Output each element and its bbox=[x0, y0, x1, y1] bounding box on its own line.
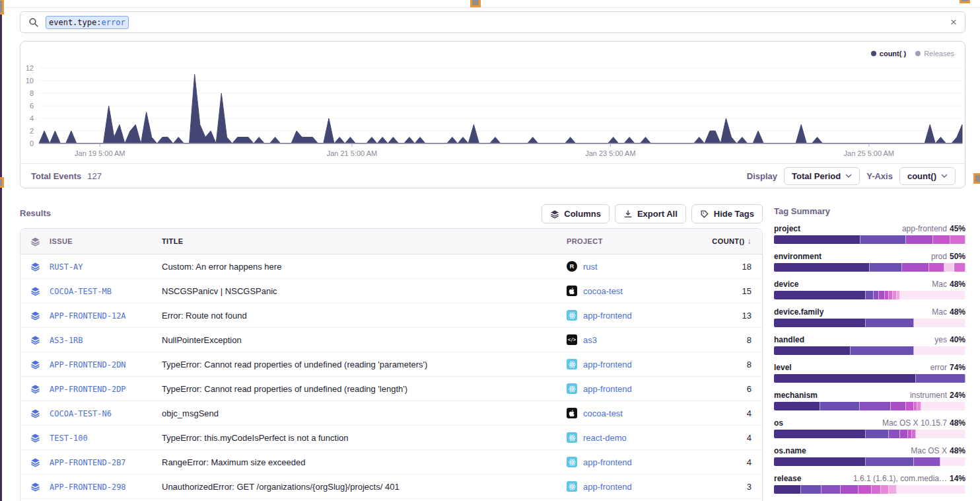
selection-handle-top-right[interactable] bbox=[960, 0, 970, 3]
tag-distribution-bar[interactable] bbox=[774, 263, 965, 272]
open-group-icon-cell[interactable] bbox=[20, 262, 50, 272]
tag-distribution-bar[interactable] bbox=[774, 485, 965, 494]
open-group-icon-cell[interactable] bbox=[20, 408, 50, 418]
tag-bar-segment[interactable] bbox=[866, 457, 914, 466]
tag-bar-segment[interactable] bbox=[774, 319, 866, 327]
project-link[interactable]: app-frontend bbox=[583, 360, 632, 369]
tag-bar-segment[interactable] bbox=[774, 457, 866, 466]
tag-distribution-bar[interactable] bbox=[774, 374, 965, 383]
yaxis-dropdown[interactable]: count() bbox=[899, 167, 956, 185]
tag-bar-segment[interactable] bbox=[914, 457, 941, 466]
issue-link[interactable]: APP-FRONTEND-12A bbox=[50, 311, 126, 321]
tag-bar-segment[interactable] bbox=[774, 346, 851, 355]
open-group-icon-cell[interactable] bbox=[20, 360, 50, 369]
tag-bar-segment[interactable] bbox=[900, 291, 965, 299]
columns-button[interactable]: Columns bbox=[542, 204, 610, 223]
tag-bar-segment[interactable] bbox=[914, 346, 965, 355]
tag-bar-segment[interactable] bbox=[774, 430, 866, 438]
tag-distribution-bar[interactable] bbox=[774, 346, 965, 355]
legend-item-releases[interactable]: Releases bbox=[915, 50, 954, 58]
tag-bar-segment[interactable] bbox=[860, 235, 907, 244]
open-group-icon-cell[interactable] bbox=[20, 311, 50, 321]
tag-bar-segment[interactable] bbox=[889, 485, 897, 494]
column-header-project[interactable]: PROJECT bbox=[567, 237, 699, 245]
selection-handle-mid-left[interactable] bbox=[0, 177, 4, 188]
selection-handle-top-left[interactable] bbox=[0, 0, 4, 15]
open-group-icon-cell[interactable] bbox=[20, 335, 50, 345]
tag-bar-segment[interactable] bbox=[774, 485, 801, 494]
issue-link[interactable]: COCOA-TEST-N6 bbox=[50, 409, 112, 418]
tag-bar-segment[interactable] bbox=[916, 374, 965, 383]
issue-link[interactable]: APP-FRONTEND-2DN bbox=[50, 360, 126, 369]
tag-bar-segment[interactable] bbox=[858, 485, 872, 494]
tag-bar-segment[interactable] bbox=[866, 430, 889, 438]
tag-bar-segment[interactable] bbox=[874, 291, 880, 299]
open-group-icon-cell[interactable] bbox=[20, 433, 50, 443]
tag-bar-segment[interactable] bbox=[889, 430, 900, 438]
search-query-token[interactable]: event.type:error bbox=[46, 16, 129, 29]
tag-bar-segment[interactable] bbox=[820, 402, 860, 410]
column-header-count[interactable]: COUNT()↓ bbox=[699, 237, 762, 246]
export-all-button[interactable]: Export All bbox=[615, 204, 686, 223]
open-group-icon-cell[interactable] bbox=[20, 384, 50, 394]
project-link[interactable]: cocoa-test bbox=[583, 408, 623, 418]
tag-bar-segment[interactable] bbox=[950, 235, 965, 244]
tag-bar-segment[interactable] bbox=[954, 263, 965, 272]
issue-link[interactable]: TEST-100 bbox=[50, 434, 88, 443]
tag-bar-segment[interactable] bbox=[801, 485, 822, 494]
column-header-title[interactable]: TITLE bbox=[162, 237, 567, 245]
search-bar[interactable]: event.type:error × bbox=[20, 11, 965, 33]
tag-bar-segment[interactable] bbox=[891, 402, 906, 410]
tag-bar-segment[interactable] bbox=[851, 346, 914, 355]
tag-bar-segment[interactable] bbox=[916, 430, 965, 438]
tag-bar-segment[interactable] bbox=[897, 485, 965, 494]
tag-bar-segment[interactable] bbox=[944, 263, 954, 272]
tag-bar-segment[interactable] bbox=[872, 485, 882, 494]
issue-link[interactable]: COCOA-TEST-MB bbox=[50, 287, 112, 296]
project-link[interactable]: as3 bbox=[583, 335, 597, 345]
project-link[interactable]: react-demo bbox=[583, 433, 627, 443]
tag-bar-segment[interactable] bbox=[870, 263, 902, 272]
tag-bar-segment[interactable] bbox=[774, 235, 860, 244]
tag-bar-segment[interactable] bbox=[929, 263, 944, 272]
hide-tags-button[interactable]: Hide Tags bbox=[691, 204, 763, 223]
project-link[interactable]: cocoa-test bbox=[583, 286, 623, 296]
issue-link[interactable]: APP-FRONTEND-2DP bbox=[50, 385, 126, 394]
tag-bar-segment[interactable] bbox=[914, 319, 965, 327]
tag-bar-segment[interactable] bbox=[940, 457, 965, 466]
clear-search-icon[interactable]: × bbox=[950, 17, 957, 28]
tag-distribution-bar[interactable] bbox=[774, 235, 965, 244]
tag-distribution-bar[interactable] bbox=[774, 291, 965, 299]
tag-bar-segment[interactable] bbox=[866, 291, 874, 299]
issue-link[interactable]: RUST-AY bbox=[50, 262, 83, 272]
issue-link[interactable]: APP-FRONTEND-298 bbox=[50, 482, 126, 492]
tag-bar-segment[interactable] bbox=[900, 430, 908, 438]
tag-bar-segment[interactable] bbox=[774, 374, 916, 383]
project-link[interactable]: app-frontend bbox=[583, 384, 632, 394]
column-header-issue[interactable]: ISSUE bbox=[50, 237, 162, 245]
tag-bar-segment[interactable] bbox=[902, 263, 929, 272]
open-group-icon-cell[interactable] bbox=[20, 286, 50, 296]
issue-link[interactable]: AS3-1RB bbox=[50, 336, 83, 345]
tag-bar-segment[interactable] bbox=[860, 402, 890, 410]
tag-bar-segment[interactable] bbox=[906, 235, 933, 244]
tag-distribution-bar[interactable] bbox=[774, 430, 965, 438]
tag-bar-segment[interactable] bbox=[906, 402, 914, 410]
open-group-icon-cell[interactable] bbox=[20, 457, 50, 467]
tag-bar-segment[interactable] bbox=[774, 291, 866, 299]
tag-bar-segment[interactable] bbox=[841, 485, 858, 494]
tag-bar-segment[interactable] bbox=[774, 263, 870, 272]
tag-bar-segment[interactable] bbox=[866, 319, 914, 327]
open-group-icon-cell[interactable] bbox=[20, 482, 50, 492]
tag-distribution-bar[interactable] bbox=[774, 319, 965, 327]
issue-link[interactable]: APP-FRONTEND-2B7 bbox=[50, 458, 126, 467]
tag-bar-segment[interactable] bbox=[881, 485, 889, 494]
project-link[interactable]: rust bbox=[583, 262, 598, 272]
display-dropdown[interactable]: Total Period bbox=[784, 167, 860, 185]
tag-distribution-bar[interactable] bbox=[774, 402, 965, 410]
events-area-chart[interactable]: 024681012Jan 19 5:00 AMJan 21 5:00 AMJan… bbox=[20, 58, 966, 160]
tag-bar-segment[interactable] bbox=[774, 402, 820, 410]
selection-handle-mid-right[interactable] bbox=[973, 173, 980, 184]
selection-handle-top-center[interactable] bbox=[470, 0, 481, 7]
tag-bar-segment[interactable] bbox=[933, 235, 950, 244]
